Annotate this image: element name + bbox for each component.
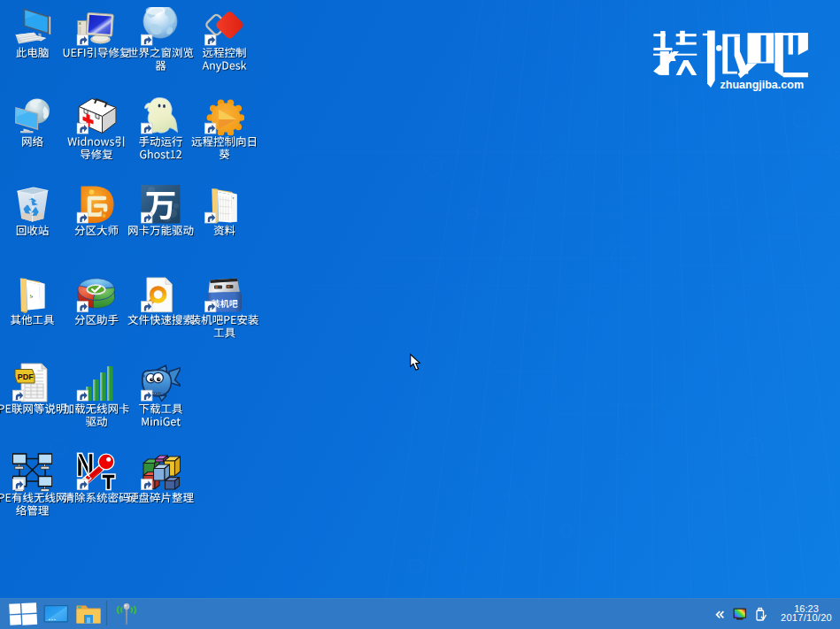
svg-text:zhuangjiba.com: zhuangjiba.com <box>721 79 804 91</box>
svg-text:2017/10/20: 2017/10/20 <box>781 612 832 623</box>
svg-text:PDF: PDF <box>18 372 35 381</box>
